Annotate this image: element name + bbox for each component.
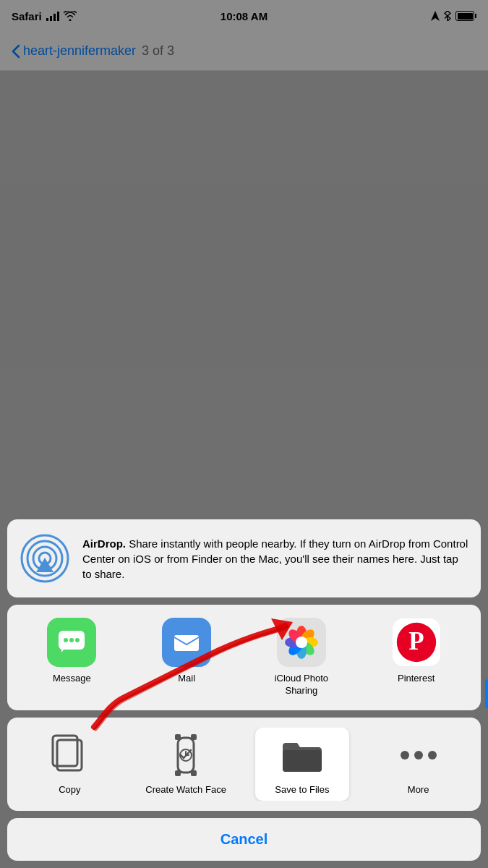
airdrop-title: AirDrop. bbox=[82, 537, 126, 550]
actions-section: Copy Create W bbox=[7, 718, 481, 811]
message-app-icon bbox=[47, 618, 96, 667]
cancel-label: Cancel bbox=[221, 831, 268, 847]
scroll-indicator bbox=[485, 679, 488, 708]
svg-point-32 bbox=[428, 751, 437, 760]
share-sheet: AirDrop. Share instantly with people nea… bbox=[0, 519, 488, 868]
svg-rect-29 bbox=[283, 750, 322, 772]
watch-action-label: Create Watch Face bbox=[145, 784, 226, 796]
copy-action-label: Copy bbox=[59, 784, 80, 796]
airdrop-icon bbox=[19, 532, 71, 584]
action-item-watch[interactable]: Create Watch Face bbox=[139, 728, 233, 801]
svg-point-5 bbox=[64, 638, 68, 642]
app-item-icloud[interactable]: iCloud Photo Sharing bbox=[265, 618, 338, 697]
app-item-message[interactable]: Message bbox=[35, 618, 108, 697]
action-item-copy[interactable]: Copy bbox=[22, 728, 116, 801]
svg-point-17 bbox=[296, 637, 307, 648]
airdrop-section: AirDrop. Share instantly with people nea… bbox=[7, 519, 481, 597]
svg-point-30 bbox=[401, 751, 409, 760]
svg-rect-26 bbox=[175, 770, 181, 776]
apps-row: Message Mail bbox=[7, 618, 481, 697]
more-icon-box bbox=[395, 732, 442, 778]
pinterest-app-label: Pinterest bbox=[398, 673, 435, 685]
watch-face-icon bbox=[168, 734, 204, 776]
svg-rect-8 bbox=[174, 635, 199, 651]
mail-app-label: Mail bbox=[178, 673, 195, 685]
watch-icon-box bbox=[163, 732, 209, 778]
svg-rect-24 bbox=[175, 734, 181, 740]
more-action-label: More bbox=[408, 784, 429, 796]
svg-text:P: P bbox=[408, 627, 424, 655]
pinterest-logo-icon: P bbox=[393, 618, 440, 667]
icloud-app-label: iCloud Photo Sharing bbox=[265, 673, 338, 697]
app-item-mail[interactable]: Mail bbox=[150, 618, 223, 697]
action-item-files[interactable]: Save to Files bbox=[255, 728, 349, 801]
app-item-pinterest[interactable]: P Pinterest bbox=[380, 618, 453, 697]
action-item-more[interactable]: More bbox=[372, 728, 466, 801]
airdrop-body: Share instantly with people nearby. If t… bbox=[82, 537, 468, 580]
files-icon-box bbox=[279, 732, 325, 778]
svg-point-7 bbox=[75, 638, 80, 642]
mail-app-icon bbox=[162, 618, 211, 667]
apps-section: Message Mail bbox=[7, 605, 481, 710]
copy-icon-box bbox=[46, 732, 93, 778]
icloud-app-icon bbox=[277, 618, 326, 667]
photos-flower-icon bbox=[283, 624, 320, 660]
message-bubble-icon bbox=[56, 626, 87, 658]
message-app-label: Message bbox=[53, 673, 91, 685]
copy-docs-icon bbox=[51, 734, 87, 776]
more-dots-icon bbox=[399, 748, 438, 762]
airdrop-description: AirDrop. Share instantly with people nea… bbox=[82, 536, 469, 582]
files-action-label: Save to Files bbox=[275, 784, 329, 796]
pinterest-app-icon: P bbox=[392, 618, 441, 667]
cancel-button[interactable]: Cancel bbox=[7, 818, 481, 861]
mail-envelope-icon bbox=[171, 626, 202, 658]
folder-icon bbox=[281, 737, 323, 773]
svg-point-31 bbox=[414, 751, 423, 760]
svg-point-6 bbox=[69, 638, 74, 642]
actions-row: Copy Create W bbox=[7, 728, 481, 801]
svg-rect-25 bbox=[191, 734, 197, 740]
svg-rect-27 bbox=[191, 770, 197, 776]
